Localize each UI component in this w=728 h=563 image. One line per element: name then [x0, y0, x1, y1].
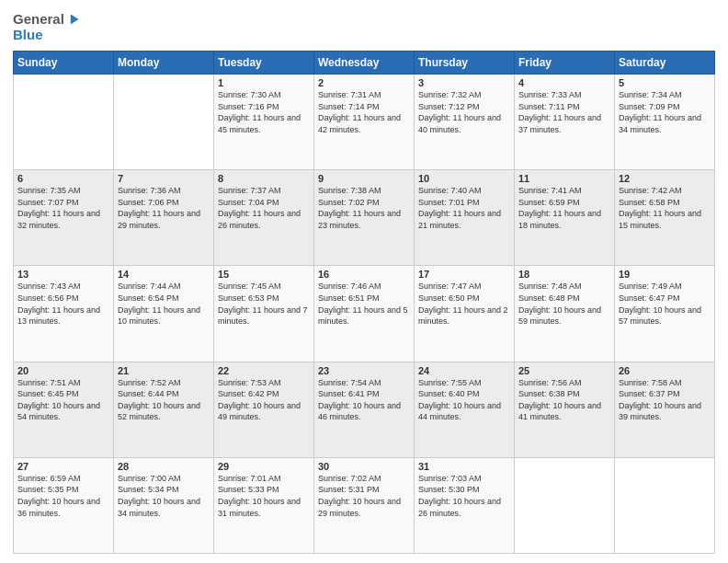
day-number: 23 — [318, 365, 410, 376]
weekday-header: Monday — [114, 52, 214, 75]
calendar-week-row: 1Sunrise: 7:30 AM Sunset: 7:16 PM Daylig… — [14, 75, 715, 170]
calendar-day-cell: 22Sunrise: 7:53 AM Sunset: 6:42 PM Dayli… — [214, 362, 314, 457]
day-number: 4 — [518, 77, 610, 88]
logo-blue-text: Blue — [13, 27, 43, 42]
calendar-day-cell: 30Sunrise: 7:02 AM Sunset: 5:31 PM Dayli… — [314, 457, 415, 553]
day-number: 28 — [118, 461, 210, 472]
day-number: 27 — [17, 461, 109, 472]
day-info: Sunrise: 7:34 AM Sunset: 7:09 PM Dayligh… — [619, 89, 711, 135]
header: General Blue — [13, 11, 715, 43]
day-number: 30 — [318, 461, 410, 472]
day-info: Sunrise: 7:52 AM Sunset: 6:44 PM Dayligh… — [118, 377, 210, 423]
calendar-day-cell: 9Sunrise: 7:38 AM Sunset: 7:02 PM Daylig… — [314, 170, 415, 266]
day-info: Sunrise: 7:03 AM Sunset: 5:30 PM Dayligh… — [418, 473, 510, 519]
calendar-day-cell: 5Sunrise: 7:34 AM Sunset: 7:09 PM Daylig… — [615, 75, 715, 170]
calendar-day-cell: 24Sunrise: 7:55 AM Sunset: 6:40 PM Dayli… — [415, 362, 515, 457]
day-number: 25 — [518, 365, 610, 376]
day-info: Sunrise: 7:41 AM Sunset: 6:59 PM Dayligh… — [518, 185, 610, 231]
calendar-day-cell: 20Sunrise: 7:51 AM Sunset: 6:45 PM Dayli… — [14, 362, 114, 457]
svg-marker-0 — [71, 14, 79, 24]
calendar-day-cell: 15Sunrise: 7:45 AM Sunset: 6:53 PM Dayli… — [214, 266, 314, 362]
calendar-week-row: 13Sunrise: 7:43 AM Sunset: 6:56 PM Dayli… — [14, 266, 715, 362]
weekday-header: Wednesday — [314, 52, 415, 75]
calendar-day-cell: 31Sunrise: 7:03 AM Sunset: 5:30 PM Dayli… — [415, 457, 515, 553]
calendar-day-cell — [14, 75, 114, 170]
calendar-day-cell: 6Sunrise: 7:35 AM Sunset: 7:07 PM Daylig… — [14, 170, 114, 266]
day-info: Sunrise: 7:02 AM Sunset: 5:31 PM Dayligh… — [318, 473, 410, 519]
calendar-day-cell: 2Sunrise: 7:31 AM Sunset: 7:14 PM Daylig… — [314, 75, 415, 170]
day-info: Sunrise: 7:31 AM Sunset: 7:14 PM Dayligh… — [318, 89, 410, 135]
calendar-day-cell: 3Sunrise: 7:32 AM Sunset: 7:12 PM Daylig… — [415, 75, 515, 170]
day-number: 31 — [418, 461, 510, 472]
day-info: Sunrise: 7:00 AM Sunset: 5:34 PM Dayligh… — [118, 473, 210, 519]
calendar-day-cell: 19Sunrise: 7:49 AM Sunset: 6:47 PM Dayli… — [615, 266, 715, 362]
day-info: Sunrise: 7:48 AM Sunset: 6:48 PM Dayligh… — [518, 281, 610, 327]
day-info: Sunrise: 7:35 AM Sunset: 7:07 PM Dayligh… — [17, 185, 109, 231]
day-info: Sunrise: 7:42 AM Sunset: 6:58 PM Dayligh… — [619, 185, 711, 231]
calendar-day-cell: 27Sunrise: 6:59 AM Sunset: 5:35 PM Dayli… — [14, 457, 114, 553]
day-info: Sunrise: 7:45 AM Sunset: 6:53 PM Dayligh… — [218, 281, 310, 327]
calendar-day-cell: 1Sunrise: 7:30 AM Sunset: 7:16 PM Daylig… — [214, 75, 314, 170]
day-info: Sunrise: 7:47 AM Sunset: 6:50 PM Dayligh… — [418, 281, 510, 327]
day-number: 18 — [518, 269, 610, 280]
day-number: 26 — [619, 365, 711, 376]
day-number: 11 — [518, 173, 610, 184]
calendar-day-cell: 26Sunrise: 7:58 AM Sunset: 6:37 PM Dayli… — [615, 362, 715, 457]
calendar-table: SundayMondayTuesdayWednesdayThursdayFrid… — [13, 51, 715, 554]
day-info: Sunrise: 7:58 AM Sunset: 6:37 PM Dayligh… — [619, 377, 711, 423]
calendar-week-row: 20Sunrise: 7:51 AM Sunset: 6:45 PM Dayli… — [14, 362, 715, 457]
calendar-day-cell: 17Sunrise: 7:47 AM Sunset: 6:50 PM Dayli… — [415, 266, 515, 362]
day-number: 17 — [418, 269, 510, 280]
calendar-day-cell: 12Sunrise: 7:42 AM Sunset: 6:58 PM Dayli… — [615, 170, 715, 266]
calendar-day-cell: 18Sunrise: 7:48 AM Sunset: 6:48 PM Dayli… — [515, 266, 615, 362]
day-info: Sunrise: 7:40 AM Sunset: 7:01 PM Dayligh… — [418, 185, 510, 231]
day-number: 13 — [17, 269, 109, 280]
day-info: Sunrise: 7:32 AM Sunset: 7:12 PM Dayligh… — [418, 89, 510, 135]
day-info: Sunrise: 7:36 AM Sunset: 7:06 PM Dayligh… — [118, 185, 210, 231]
day-number: 21 — [118, 365, 210, 376]
day-number: 8 — [218, 173, 310, 184]
day-info: Sunrise: 7:43 AM Sunset: 6:56 PM Dayligh… — [17, 281, 109, 327]
day-number: 15 — [218, 269, 310, 280]
calendar-header-row: SundayMondayTuesdayWednesdayThursdayFrid… — [14, 52, 715, 75]
day-info: Sunrise: 7:51 AM Sunset: 6:45 PM Dayligh… — [17, 377, 109, 423]
day-number: 16 — [318, 269, 410, 280]
day-number: 19 — [619, 269, 711, 280]
logo-general-text: General — [13, 11, 64, 27]
calendar-day-cell: 11Sunrise: 7:41 AM Sunset: 6:59 PM Dayli… — [515, 170, 615, 266]
calendar-day-cell: 16Sunrise: 7:46 AM Sunset: 6:51 PM Dayli… — [314, 266, 415, 362]
day-info: Sunrise: 7:37 AM Sunset: 7:04 PM Dayligh… — [218, 185, 310, 231]
calendar-day-cell: 8Sunrise: 7:37 AM Sunset: 7:04 PM Daylig… — [214, 170, 314, 266]
day-number: 3 — [418, 77, 510, 88]
day-info: Sunrise: 6:59 AM Sunset: 5:35 PM Dayligh… — [17, 473, 109, 519]
calendar-day-cell: 25Sunrise: 7:56 AM Sunset: 6:38 PM Dayli… — [515, 362, 615, 457]
calendar-day-cell: 23Sunrise: 7:54 AM Sunset: 6:41 PM Dayli… — [314, 362, 415, 457]
calendar-day-cell: 10Sunrise: 7:40 AM Sunset: 7:01 PM Dayli… — [415, 170, 515, 266]
day-info: Sunrise: 7:38 AM Sunset: 7:02 PM Dayligh… — [318, 185, 410, 231]
calendar-day-cell: 28Sunrise: 7:00 AM Sunset: 5:34 PM Dayli… — [114, 457, 214, 553]
day-info: Sunrise: 7:53 AM Sunset: 6:42 PM Dayligh… — [218, 377, 310, 423]
day-number: 12 — [619, 173, 711, 184]
day-number: 9 — [318, 173, 410, 184]
day-info: Sunrise: 7:44 AM Sunset: 6:54 PM Dayligh… — [118, 281, 210, 327]
day-info: Sunrise: 7:46 AM Sunset: 6:51 PM Dayligh… — [318, 281, 410, 327]
day-number: 20 — [17, 365, 109, 376]
day-info: Sunrise: 7:54 AM Sunset: 6:41 PM Dayligh… — [318, 377, 410, 423]
weekday-header: Friday — [515, 52, 615, 75]
calendar-day-cell: 13Sunrise: 7:43 AM Sunset: 6:56 PM Dayli… — [14, 266, 114, 362]
logo: General Blue — [13, 11, 83, 43]
calendar-day-cell — [114, 75, 214, 170]
day-number: 5 — [619, 77, 711, 88]
page-container: General Blue SundayMondayTuesdayWednesda… — [0, 0, 728, 563]
day-info: Sunrise: 7:01 AM Sunset: 5:33 PM Dayligh… — [218, 473, 310, 519]
day-info: Sunrise: 7:56 AM Sunset: 6:38 PM Dayligh… — [518, 377, 610, 423]
weekday-header: Thursday — [415, 52, 515, 75]
weekday-header: Sunday — [14, 52, 114, 75]
day-number: 6 — [17, 173, 109, 184]
calendar-week-row: 6Sunrise: 7:35 AM Sunset: 7:07 PM Daylig… — [14, 170, 715, 266]
day-number: 10 — [418, 173, 510, 184]
day-number: 29 — [218, 461, 310, 472]
weekday-header: Tuesday — [214, 52, 314, 75]
day-number: 22 — [218, 365, 310, 376]
calendar-day-cell: 4Sunrise: 7:33 AM Sunset: 7:11 PM Daylig… — [515, 75, 615, 170]
